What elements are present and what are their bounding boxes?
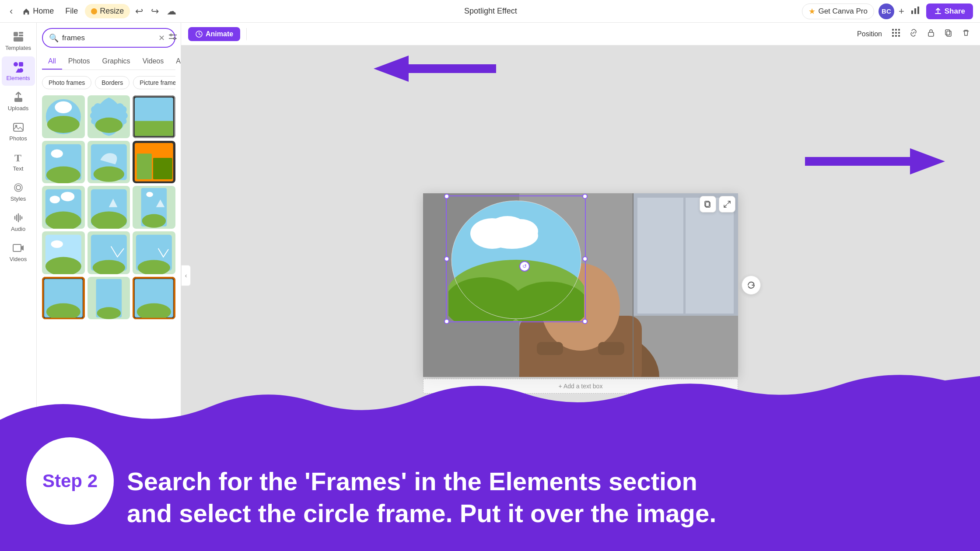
home-label: Home — [33, 7, 54, 16]
analytics-button[interactable] — [909, 3, 922, 19]
cloud-save-button[interactable]: ☁ — [164, 4, 179, 19]
svg-point-26 — [55, 101, 72, 113]
canvas-frame[interactable]: ↺ + Add a text box — [423, 193, 738, 377]
templates-icon — [12, 31, 24, 43]
svg-rect-75 — [945, 30, 950, 35]
resize-dot-icon — [91, 8, 97, 14]
svg-rect-11 — [14, 98, 22, 102]
svg-marker-100 — [374, 56, 496, 82]
videos-icon — [12, 242, 24, 254]
svg-rect-4 — [19, 32, 23, 34]
svg-rect-71 — [895, 35, 897, 37]
sidebar-item-photos[interactable]: Photos — [2, 117, 35, 146]
circle-frame-svg — [448, 199, 584, 321]
svg-point-25 — [47, 116, 80, 133]
file-button[interactable]: File — [61, 4, 82, 18]
add-text-bar[interactable]: + Add a text box — [423, 379, 738, 394]
arrow-circle-right — [805, 142, 945, 183]
frame-landscape-2[interactable] — [42, 141, 85, 184]
expand-icon — [723, 200, 731, 208]
sidebar-item-elements[interactable]: Elements — [2, 56, 35, 86]
sidebar-item-videos[interactable]: Videos — [2, 237, 35, 267]
sidebar-item-audio[interactable]: Audio — [2, 207, 35, 237]
avatar-button[interactable]: BC — [878, 3, 894, 19]
svg-rect-65 — [895, 29, 897, 31]
tab-audio[interactable]: Audio — [170, 54, 181, 70]
collapse-panel-button[interactable]: ‹ — [181, 265, 191, 286]
share-button[interactable]: Share — [926, 3, 973, 19]
delete-button[interactable] — [959, 26, 973, 42]
duplicate-button[interactable] — [942, 26, 956, 42]
frame-circle[interactable] — [42, 95, 85, 138]
animate-button[interactable]: Animate — [188, 27, 240, 41]
chip-photo-frames[interactable]: Photo frames — [42, 76, 91, 89]
svg-rect-2 — [917, 7, 919, 14]
sidebar-item-text[interactable]: T Text — [2, 147, 35, 176]
chip-picture-frames[interactable]: Picture frames — [133, 76, 175, 89]
tab-graphics[interactable]: Graphics — [96, 54, 136, 70]
sidebar-item-styles[interactable]: Styles — [2, 177, 35, 206]
frame-landscape-4[interactable] — [88, 186, 130, 229]
undo-button[interactable]: ↩ — [133, 4, 146, 19]
animate-label: Animate — [206, 30, 233, 38]
clear-search-button[interactable]: ✕ — [158, 33, 165, 43]
svg-rect-66 — [898, 29, 900, 31]
filter-button[interactable] — [168, 32, 177, 43]
back-button[interactable]: ‹ — [7, 4, 15, 19]
tab-all[interactable]: All — [42, 54, 62, 70]
search-input[interactable] — [62, 34, 155, 42]
arrow-circle-svg — [805, 142, 945, 181]
rotate-handle[interactable]: ↺ — [519, 261, 530, 272]
frames-grid — [42, 95, 175, 319]
svg-rect-74 — [947, 31, 951, 36]
home-button[interactable]: Home — [18, 4, 58, 18]
circle-frame-element[interactable] — [448, 199, 584, 321]
frame-row5-3[interactable] — [133, 277, 175, 320]
frame-landscape-3[interactable] — [42, 186, 85, 229]
link-icon — [909, 28, 918, 37]
grid-button[interactable] — [889, 26, 903, 42]
frame-sky-1[interactable] — [42, 231, 85, 274]
svg-rect-17 — [13, 244, 21, 251]
canva-pro-label: Get Canva Pro — [818, 7, 867, 16]
tab-photos[interactable]: Photos — [62, 54, 96, 70]
uploads-label: Uploads — [8, 105, 29, 112]
sidebar-item-templates[interactable]: Templates — [2, 26, 35, 56]
frame-row5-2[interactable] — [88, 277, 130, 320]
position-button[interactable]: Position — [854, 28, 886, 41]
sidebar-item-uploads[interactable]: Uploads — [2, 87, 35, 116]
frame-portrait[interactable] — [133, 186, 175, 229]
frame-sky-3[interactable] — [133, 231, 175, 274]
svg-point-15 — [16, 185, 21, 190]
frame-sky-2[interactable] — [88, 231, 130, 274]
expand-button[interactable] — [719, 196, 735, 213]
svg-rect-38 — [153, 158, 172, 179]
project-title: Spotlight Effect — [464, 7, 517, 16]
elements-label: Elements — [6, 75, 30, 81]
chip-borders[interactable]: Borders — [95, 76, 130, 89]
svg-point-47 — [147, 192, 154, 197]
frame-orange[interactable] — [133, 141, 175, 184]
lock-button[interactable] — [924, 26, 938, 42]
search-bar-container: 🔍 ✕ — [42, 28, 175, 48]
svg-rect-5 — [19, 35, 23, 36]
trash-icon — [962, 28, 970, 37]
frame-row5-1[interactable] — [42, 277, 85, 320]
star-icon: ★ — [808, 7, 816, 16]
refresh-button[interactable] — [742, 276, 761, 295]
frame-scallop[interactable] — [88, 95, 130, 138]
frame-hexagon[interactable] — [88, 141, 130, 184]
link-button[interactable] — [906, 26, 920, 42]
add-collaborator-button[interactable]: + — [899, 6, 904, 17]
copy-button[interactable] — [700, 196, 716, 213]
redo-button[interactable]: ↪ — [148, 4, 161, 19]
audio-label: Audio — [11, 226, 25, 232]
grid-icon — [892, 28, 900, 37]
svg-point-32 — [46, 166, 80, 183]
resize-button[interactable]: Resize — [85, 4, 130, 18]
frame-landscape-rect[interactable] — [133, 95, 175, 138]
add-text-label: + Add a text box — [559, 383, 603, 390]
canva-pro-button[interactable]: ★ Get Canva Pro — [802, 3, 874, 19]
svg-rect-79 — [686, 198, 734, 314]
tab-videos[interactable]: Videos — [136, 54, 170, 70]
